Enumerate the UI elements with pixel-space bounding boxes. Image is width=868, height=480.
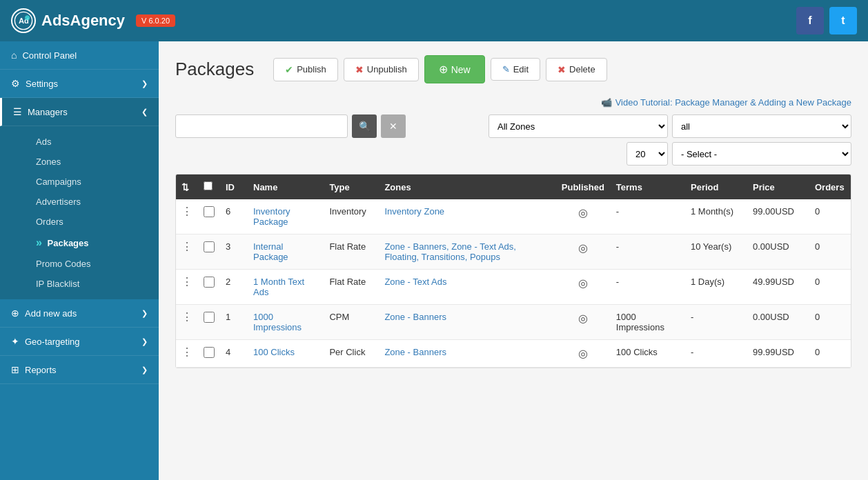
reports-icon: ⊞ bbox=[11, 364, 19, 375]
row-published: ◎ bbox=[555, 234, 611, 270]
row-name[interactable]: Internal Package bbox=[248, 234, 324, 270]
row-zones[interactable]: Zone - Banners, Zone - Text Ads, Floatin… bbox=[379, 234, 555, 270]
row-menu[interactable]: ⋮ bbox=[176, 305, 198, 340]
packages-table-wrapper: ⇅ ID Name Type Zones Published Terms Per… bbox=[175, 174, 851, 368]
row-type: CPM bbox=[324, 305, 379, 340]
sidebar-item-add-new-ads[interactable]: ⊕ Add new ads ❯ bbox=[0, 299, 159, 328]
row-menu[interactable]: ⋮ bbox=[176, 340, 198, 368]
th-menu: ⇅ bbox=[176, 174, 198, 199]
row-checkbox-cell[interactable] bbox=[198, 340, 220, 368]
row-published: ◎ bbox=[555, 199, 611, 234]
sidebar: ⌂ Control Panel ⚙ Settings ❯ ☰ Managers … bbox=[0, 41, 159, 480]
th-id: ID bbox=[220, 174, 248, 199]
select-filter[interactable]: - Select - bbox=[672, 142, 851, 166]
select-all-checkbox[interactable] bbox=[204, 181, 213, 190]
social-links: f t bbox=[796, 7, 857, 34]
logo-icon: Ad bbox=[11, 8, 36, 33]
sidebar-item-orders[interactable]: Orders bbox=[28, 212, 159, 232]
row-orders: 0 bbox=[809, 199, 851, 234]
managers-icon: ☰ bbox=[13, 106, 22, 117]
sidebar-item-reports[interactable]: ⊞ Reports ❯ bbox=[0, 356, 159, 384]
home-icon: ⌂ bbox=[11, 50, 17, 61]
twitter-button[interactable]: t bbox=[829, 7, 857, 34]
row-checkbox[interactable] bbox=[204, 277, 215, 288]
row-name[interactable]: Inventory Package bbox=[248, 199, 324, 234]
row-period: - bbox=[685, 305, 747, 340]
row-menu[interactable]: ⋮ bbox=[176, 270, 198, 305]
packages-table: ⇅ ID Name Type Zones Published Terms Per… bbox=[176, 174, 851, 368]
row-checkbox-cell[interactable] bbox=[198, 199, 220, 234]
table-row: ⋮ 3 Internal Package Flat Rate Zone - Ba… bbox=[176, 234, 851, 270]
per-page-select[interactable]: 20 bbox=[627, 142, 668, 166]
sidebar-item-advertisers[interactable]: Advertisers bbox=[28, 192, 159, 212]
geo-arrow: ❯ bbox=[141, 337, 148, 346]
sidebar-item-promo-codes[interactable]: Promo Codes bbox=[28, 254, 159, 274]
row-name[interactable]: 100 Clicks bbox=[248, 340, 324, 368]
check-icon: ✔ bbox=[285, 64, 293, 75]
x-icon: ✖ bbox=[355, 64, 364, 75]
row-menu[interactable]: ⋮ bbox=[176, 234, 198, 270]
logo-area: Ad AdsAgency V 6.0.20 bbox=[11, 8, 175, 33]
page-header: Packages ✔ Publish ✖ Unpublish ⊕ New ✎ E… bbox=[175, 55, 851, 83]
active-dot: » bbox=[36, 237, 42, 248]
row-orders: 0 bbox=[809, 234, 851, 270]
video-icon: 📹 bbox=[601, 97, 612, 108]
row-type: Flat Rate bbox=[324, 270, 379, 305]
table-row: ⋮ 6 Inventory Package Inventory Inventor… bbox=[176, 199, 851, 234]
edit-button[interactable]: ✎ Edit bbox=[491, 58, 540, 81]
sidebar-item-campaigns[interactable]: Campaigns bbox=[28, 172, 159, 192]
add-icon: ⊕ bbox=[11, 308, 19, 319]
row-zones[interactable]: Zone - Banners bbox=[379, 340, 555, 368]
version-badge: V 6.0.20 bbox=[136, 14, 175, 27]
sidebar-item-managers[interactable]: ☰ Managers ❮ bbox=[0, 98, 159, 126]
row-price: 49.99USD bbox=[747, 270, 809, 305]
row-id: 3 bbox=[220, 234, 248, 270]
sidebar-item-geo-targeting[interactable]: ✦ Geo-targeting ❯ bbox=[0, 328, 159, 356]
sidebar-item-control-panel[interactable]: ⌂ Control Panel bbox=[0, 41, 159, 70]
publish-button[interactable]: ✔ Publish bbox=[273, 58, 338, 81]
row-zones[interactable]: Inventory Zone bbox=[379, 199, 555, 234]
new-button[interactable]: ⊕ New bbox=[424, 55, 485, 83]
svg-point-2 bbox=[25, 15, 30, 20]
video-tutorial-link[interactable]: 📹 Video Tutorial: Package Manager & Addi… bbox=[175, 97, 851, 108]
unpublish-button[interactable]: ✖ Unpublish bbox=[344, 58, 419, 81]
search-button[interactable]: 🔍 bbox=[352, 114, 377, 138]
zones-filter[interactable]: All Zones bbox=[489, 114, 668, 138]
sidebar-item-settings[interactable]: ⚙ Settings ❯ bbox=[0, 70, 159, 98]
row-checkbox-cell[interactable] bbox=[198, 270, 220, 305]
row-checkbox-cell[interactable] bbox=[198, 234, 220, 270]
row-period: - bbox=[685, 340, 747, 368]
row-type: Flat Rate bbox=[324, 234, 379, 270]
sidebar-item-ads[interactable]: Ads bbox=[28, 132, 159, 152]
delete-icon: ✖ bbox=[558, 64, 566, 75]
row-period: 1 Day(s) bbox=[685, 270, 747, 305]
row-checkbox[interactable] bbox=[204, 312, 215, 323]
row-zones[interactable]: Zone - Text Ads bbox=[379, 270, 555, 305]
row-zones[interactable]: Zone - Banners bbox=[379, 305, 555, 340]
row-id: 6 bbox=[220, 199, 248, 234]
row-name[interactable]: 1000 Impressions bbox=[248, 305, 324, 340]
delete-button[interactable]: ✖ Delete bbox=[546, 58, 607, 81]
row-published: ◎ bbox=[555, 270, 611, 305]
row-menu[interactable]: ⋮ bbox=[176, 199, 198, 234]
sidebar-item-ip-blacklist[interactable]: IP Blacklist bbox=[28, 274, 159, 294]
row-type: Inventory bbox=[324, 199, 379, 234]
row-published: ◎ bbox=[555, 340, 611, 368]
clear-search-button[interactable]: ✕ bbox=[381, 114, 406, 138]
row-checkbox[interactable] bbox=[204, 347, 215, 358]
settings-icon: ⚙ bbox=[11, 78, 20, 89]
row-checkbox[interactable] bbox=[204, 206, 215, 217]
settings-arrow: ❯ bbox=[141, 79, 148, 88]
row-checkbox-cell[interactable] bbox=[198, 305, 220, 340]
app-header: Ad AdsAgency V 6.0.20 f t bbox=[0, 0, 868, 41]
all-filter[interactable]: all bbox=[672, 114, 851, 138]
facebook-button[interactable]: f bbox=[796, 7, 824, 34]
sidebar-label-geo-targeting: Geo-targeting bbox=[25, 337, 80, 347]
search-input[interactable] bbox=[175, 114, 348, 138]
row-price: 99.00USD bbox=[747, 199, 809, 234]
sidebar-item-zones[interactable]: Zones bbox=[28, 152, 159, 172]
row-price: 0.00USD bbox=[747, 234, 809, 270]
row-checkbox[interactable] bbox=[204, 241, 215, 252]
row-name[interactable]: 1 Month Text Ads bbox=[248, 270, 324, 305]
sidebar-item-packages[interactable]: » Packages bbox=[28, 232, 159, 254]
